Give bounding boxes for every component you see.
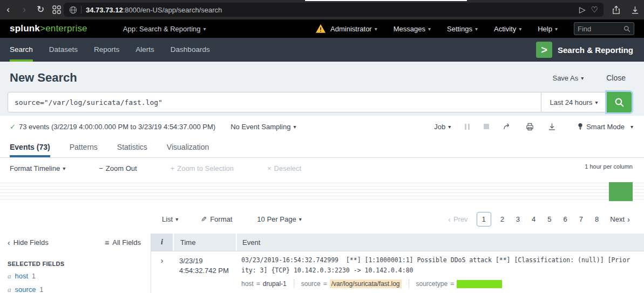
list-view-menu[interactable]: List▾ — [162, 215, 178, 223]
browser-toolbar: ‹ › ↻ 34.73.73.12:8000/en-US/app/search/… — [0, 0, 644, 19]
tab-visualization[interactable]: Visualization — [167, 137, 209, 157]
splunk-logo[interactable]: splunk>enterprise — [10, 23, 87, 34]
hide-fields-button[interactable]: ‹Hide Fields — [8, 238, 49, 247]
find-search-box[interactable] — [574, 22, 634, 35]
page-1[interactable]: 1 — [477, 212, 491, 227]
field-label-host: host — [241, 280, 254, 288]
find-input[interactable] — [578, 25, 623, 33]
prev-page-button: ‹Prev — [448, 215, 468, 223]
field-label-source: source — [301, 280, 321, 288]
deselect-button: ×Deselect — [267, 164, 301, 172]
reload-icon[interactable]: ↻ — [32, 0, 49, 19]
app-dropdown[interactable]: App: Search & Reporting▾ — [123, 25, 206, 33]
zoom-to-selection-button: +Zoom to Selection — [171, 164, 234, 172]
search-query-input[interactable] — [8, 92, 541, 112]
time-range-label: Last 24 hours — [550, 98, 593, 106]
event-field-values: host = drupal-1 source = /var/log/surica… — [241, 279, 640, 288]
bookmark-heart-icon[interactable]: ♡ — [591, 5, 598, 15]
tab-overview-icon[interactable] — [49, 5, 65, 14]
event-raw-line2[interactable]: ity: 3] {TCP} 10.142.0.3:2230 -> 10.142.… — [241, 265, 640, 276]
tab-events[interactable]: Events (73) — [10, 137, 50, 157]
chevron-down-icon: ▾ — [595, 99, 598, 105]
job-menu[interactable]: Job▾ — [434, 123, 451, 131]
page-7[interactable]: 7 — [579, 215, 583, 223]
url-text[interactable]: 34.73.73.12:8000/en-US/app/search/search — [86, 6, 222, 14]
page-3[interactable]: 3 — [516, 215, 520, 223]
tab-statistics[interactable]: Statistics — [117, 137, 147, 157]
page-5[interactable]: 5 — [547, 215, 551, 223]
messages-menu[interactable]: Messages▾ — [394, 25, 431, 33]
address-bar[interactable]: 34.73.73.12:8000/en-US/app/search/search… — [64, 3, 604, 17]
all-fields-button[interactable]: ≡All Fields — [105, 238, 141, 247]
format-button[interactable]: ✎Format — [201, 215, 232, 223]
warning-icon[interactable] — [315, 24, 326, 34]
chevron-left-icon: ‹ — [448, 215, 451, 223]
event-raw-line1[interactable]: 03/23/2019-16:54:32.742999 [**] [1:10000… — [241, 255, 640, 265]
events-summary: 73 events (3/22/19 4:00:00.000 PM to 3/2… — [19, 123, 215, 131]
save-as-menu[interactable]: Save As▾ — [552, 74, 584, 82]
event-sampling-menu[interactable]: No Event Sampling▾ — [231, 123, 296, 131]
results-tabs: Events (73) Patterns Statistics Visualiz… — [0, 137, 644, 158]
event-timeline-chart[interactable] — [0, 178, 644, 204]
close-button[interactable]: Close — [606, 74, 626, 82]
zoom-out-button[interactable]: −Zoom Out — [99, 164, 137, 172]
format-timeline-menu[interactable]: Format Timeline▾ — [10, 164, 65, 172]
save-as-label: Save As — [552, 74, 578, 82]
settings-menu[interactable]: Settings▾ — [447, 25, 478, 33]
zoom-to-selection-label: Zoom to Selection — [177, 164, 234, 172]
help-menu[interactable]: Help▾ — [538, 25, 558, 33]
forward-icon[interactable]: › — [16, 0, 32, 19]
tab-patterns[interactable]: Patterns — [70, 137, 98, 157]
event-row: › 3/23/194:54:32.742 PM 03/23/2019-16:54… — [151, 251, 644, 288]
event-date: 3/23/19 — [179, 257, 202, 265]
field-value-sourcetype-redacted[interactable] — [457, 280, 502, 288]
nav-tab-datasets[interactable]: Datasets — [49, 38, 78, 62]
results-area: ‹Hide Fields ≡All Fields SELECTED FIELDS… — [0, 234, 644, 293]
search-icon — [614, 97, 625, 108]
site-globe-icon[interactable] — [69, 6, 77, 14]
activity-label: Activity — [494, 25, 516, 33]
nav-tab-alerts[interactable]: Alerts — [135, 38, 154, 62]
stop-icon[interactable] — [484, 124, 489, 129]
current-app[interactable]: > Search & Reporting — [536, 38, 633, 62]
activity-menu[interactable]: Activity▾ — [494, 25, 521, 33]
share-job-icon[interactable] — [503, 123, 512, 130]
lightbulb-icon — [578, 123, 583, 131]
search-mode-menu[interactable]: Smart Mode▾ — [578, 123, 633, 131]
field-name-source[interactable]: source — [15, 285, 36, 293]
field-separator — [294, 279, 294, 288]
page-8[interactable]: 8 — [595, 215, 599, 223]
per-page-menu[interactable]: 10 Per Page▾ — [257, 215, 301, 223]
timeline-event-bar[interactable] — [609, 182, 633, 201]
export-icon[interactable] — [612, 5, 621, 15]
chevron-down-icon: ▾ — [631, 124, 633, 130]
back-icon[interactable]: ‹ — [0, 0, 16, 19]
pause-icon[interactable] — [465, 124, 470, 130]
field-item-host[interactable]: a host 1 — [8, 272, 151, 281]
field-item-source[interactable]: a source 1 — [8, 285, 151, 293]
field-value-source[interactable]: /var/log/suricata/fast.log — [330, 279, 402, 288]
expand-event-icon[interactable]: › — [151, 251, 173, 288]
col-header-time[interactable]: Time — [173, 234, 236, 251]
user-menu[interactable]: Administrator▾ — [330, 25, 377, 33]
nav-tab-reports[interactable]: Reports — [94, 38, 119, 62]
print-icon[interactable] — [526, 123, 534, 131]
search-button[interactable] — [607, 92, 632, 112]
share-send-icon[interactable]: ▷ — [579, 5, 586, 15]
nav-tab-dashboards[interactable]: Dashboards — [171, 38, 210, 62]
field-name-host[interactable]: host — [15, 272, 29, 280]
address-divider — [81, 6, 82, 14]
downloads-icon[interactable] — [631, 5, 640, 15]
page-4[interactable]: 4 — [532, 215, 535, 223]
chevron-down-icon: ▾ — [448, 124, 451, 130]
field-value-host[interactable]: drupal-1 — [263, 280, 287, 288]
chevron-left-icon: ‹ — [8, 238, 10, 247]
export-results-icon[interactable] — [548, 123, 556, 131]
next-page-button[interactable]: Next› — [610, 215, 630, 223]
deselect-label: Deselect — [274, 164, 302, 172]
nav-tab-search[interactable]: Search — [10, 38, 33, 62]
search-header: New Search Save As▾ Close Last 24 hours▾ — [0, 62, 644, 116]
page-2[interactable]: 2 — [500, 215, 504, 223]
time-range-picker[interactable]: Last 24 hours▾ — [541, 92, 607, 112]
page-6[interactable]: 6 — [564, 215, 567, 223]
